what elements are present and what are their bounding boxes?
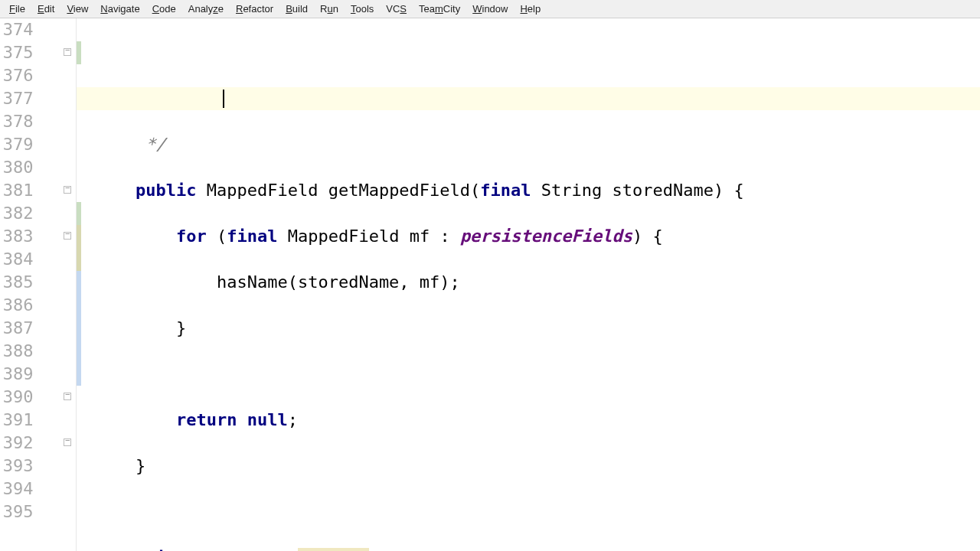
line-number: 380: [0, 156, 40, 179]
code-line: [95, 500, 980, 523]
code-text-area[interactable]: */ public MappedField getMappedField(fin…: [77, 18, 980, 551]
line-number: 377: [0, 87, 40, 110]
menu-help[interactable]: Help: [514, 2, 547, 16]
line-number: 386: [0, 294, 40, 317]
line-number: 374: [0, 18, 40, 41]
line-number: 394: [0, 478, 40, 500]
menu-run[interactable]: Run: [314, 2, 345, 16]
fold-icon[interactable]: [64, 439, 71, 446]
menu-view[interactable]: View: [60, 2, 94, 16]
line-number: 387: [0, 317, 40, 340]
menu-build[interactable]: Build: [279, 2, 314, 16]
line-number: 381: [0, 179, 40, 202]
menu-code[interactable]: Code: [146, 2, 182, 16]
line-number: 395: [0, 500, 40, 523]
code-line: private boolean hasName(String storedNam…: [95, 546, 980, 551]
code-line: }: [95, 317, 980, 340]
code-line: }: [95, 455, 980, 478]
menu-refactor[interactable]: Refactor: [230, 2, 279, 16]
code-line: [95, 363, 980, 386]
menu-navigate[interactable]: Navigate: [94, 2, 145, 16]
menu-tools[interactable]: Tools: [345, 2, 380, 16]
line-number: 375: [0, 41, 40, 64]
line-number: 390: [0, 386, 40, 409]
menu-teamcity[interactable]: TeamCity: [413, 2, 466, 16]
current-line-highlight: [77, 87, 980, 110]
code-line: for (final MappedField mf : persistenceF…: [95, 225, 980, 248]
menu-window[interactable]: Window: [466, 2, 514, 16]
menu-analyze[interactable]: Analyze: [182, 2, 230, 16]
line-number: 379: [0, 133, 40, 156]
line-number: 385: [0, 271, 40, 294]
line-number: 384: [0, 248, 40, 271]
line-number: 389: [0, 363, 40, 386]
menu-file[interactable]: FFileile: [3, 2, 31, 16]
line-number: 383: [0, 225, 40, 248]
menu-edit[interactable]: Edit: [31, 2, 60, 16]
text-caret: [223, 90, 224, 108]
fold-icon[interactable]: [64, 48, 71, 56]
code-line: hasName(storedName, mf);: [95, 271, 980, 294]
line-gutter: 374 375 376 377 378 379 380 381 382 383 …: [0, 18, 77, 551]
menu-vcs[interactable]: VCS: [380, 2, 413, 16]
fold-icon[interactable]: [64, 186, 71, 194]
line-number: 382: [0, 202, 40, 225]
fold-icon[interactable]: [64, 393, 71, 400]
line-number: 392: [0, 432, 40, 455]
line-number: 391: [0, 409, 40, 432]
main-menubar: FFileile Edit View Navigate Code Analyze…: [0, 0, 980, 18]
line-number: 388: [0, 340, 40, 363]
line-number: 378: [0, 110, 40, 133]
code-line: */: [95, 133, 980, 156]
line-number: 376: [0, 64, 40, 87]
code-line: return null;: [95, 409, 980, 432]
line-number: 393: [0, 455, 40, 478]
code-editor[interactable]: 374 375 376 377 378 379 380 381 382 383 …: [0, 18, 980, 551]
fold-icon[interactable]: [64, 232, 71, 240]
code-line: public MappedField getMappedField(final …: [95, 179, 980, 202]
